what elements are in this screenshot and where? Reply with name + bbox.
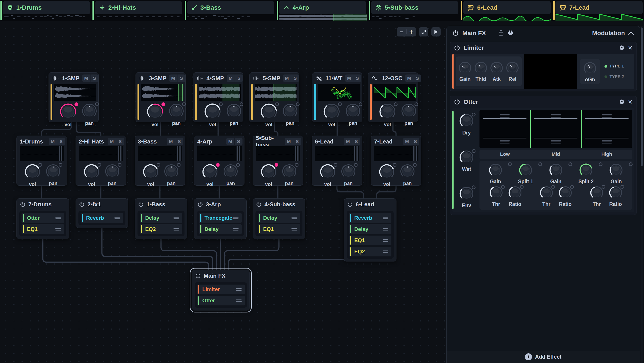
otter-dry-knob[interactable]: Dry bbox=[459, 113, 474, 136]
vol-knob[interactable]: vol bbox=[260, 163, 277, 187]
otter-band-high[interactable] bbox=[582, 110, 632, 148]
pan-knob[interactable]: pan bbox=[281, 163, 297, 186]
mute-button[interactable]: M bbox=[344, 138, 352, 145]
track-header[interactable]: 4•Arp bbox=[279, 1, 366, 14]
pan-knob[interactable]: pan bbox=[45, 163, 61, 186]
otter-knob-thr[interactable]: Thr bbox=[539, 185, 554, 207]
otter-knob-thr[interactable]: Thr bbox=[590, 185, 604, 207]
lock-icon[interactable] bbox=[498, 30, 504, 37]
drag-handle-icon[interactable] bbox=[236, 287, 242, 292]
pan-knob[interactable]: pan bbox=[282, 103, 298, 126]
drag-handle-icon[interactable] bbox=[55, 216, 61, 220]
power-icon[interactable] bbox=[197, 201, 203, 207]
limiter-knob-atk[interactable]: Atk bbox=[490, 61, 504, 82]
pan-knob[interactable]: pan bbox=[400, 163, 415, 186]
fx-item-EQ1[interactable]: EQ1 bbox=[349, 236, 392, 245]
band-gain-line[interactable] bbox=[500, 140, 510, 144]
waveform-display[interactable] bbox=[374, 84, 416, 101]
drag-handle-icon[interactable] bbox=[55, 227, 61, 231]
waveform-display[interactable] bbox=[54, 84, 96, 101]
solo-button[interactable]: S bbox=[293, 138, 301, 145]
drag-handle-icon[interactable] bbox=[382, 250, 388, 254]
pan-knob[interactable]: pan bbox=[168, 103, 184, 126]
limiter-knob-rel[interactable]: Rel bbox=[506, 61, 520, 82]
fx-item-EQ2[interactable]: EQ2 bbox=[140, 224, 182, 234]
cube-icon[interactable] bbox=[508, 30, 514, 37]
solo-button[interactable]: S bbox=[412, 138, 419, 145]
track-header[interactable]: 2•Hi-Hats bbox=[95, 1, 182, 14]
fx-item-Delay[interactable]: Delay bbox=[140, 213, 182, 223]
pan-knob[interactable]: pan bbox=[81, 103, 98, 126]
mute-button[interactable]: M bbox=[82, 75, 90, 82]
band-gain-line[interactable] bbox=[602, 140, 612, 144]
power-icon[interactable] bbox=[454, 45, 460, 51]
otter-knob-gain[interactable]: Gain bbox=[601, 163, 631, 185]
mute-button[interactable]: M bbox=[285, 138, 293, 145]
solo-button[interactable]: S bbox=[90, 75, 98, 82]
mute-button[interactable]: M bbox=[108, 138, 116, 145]
instrument-node-5•SMP[interactable]: 5•SMPMSvolpan bbox=[249, 72, 300, 122]
channel-node-3•Bass[interactable]: 3•BassMSvolpan bbox=[135, 136, 185, 186]
drag-handle-icon[interactable] bbox=[382, 216, 388, 220]
close-icon[interactable]: ✕ bbox=[628, 45, 632, 52]
solo-button[interactable]: S bbox=[291, 75, 299, 82]
fx-item-EQ1[interactable]: EQ1 bbox=[258, 224, 300, 234]
vol-knob[interactable]: vol bbox=[142, 163, 159, 187]
fx-item-Trancegate[interactable]: Trancegate bbox=[199, 213, 242, 223]
power-icon[interactable] bbox=[452, 30, 459, 37]
limiter-knob-thld[interactable]: Thld bbox=[474, 61, 488, 82]
fit-view-button[interactable] bbox=[419, 27, 428, 37]
instrument-node-11•WT[interactable]: 11•WTMSvolpan bbox=[312, 72, 362, 122]
otter-knob-ratio[interactable]: Ratio bbox=[558, 185, 572, 207]
track-header[interactable]: 3•Bass bbox=[187, 1, 274, 14]
track-header[interactable]: 7•Lead bbox=[556, 1, 643, 14]
mute-button[interactable]: M bbox=[167, 138, 175, 145]
channel-node-1•Drums[interactable]: 1•DrumsMSvolpan bbox=[16, 136, 67, 186]
fx-item-Delay[interactable]: Delay bbox=[349, 224, 392, 234]
selection-region[interactable] bbox=[178, 84, 183, 101]
drag-handle-icon[interactable] bbox=[382, 238, 388, 243]
band-gain-line[interactable] bbox=[500, 114, 510, 118]
close-icon[interactable]: ✕ bbox=[628, 99, 632, 106]
fx-item-Otter[interactable]: Otter bbox=[22, 213, 64, 223]
fx-chain-node-6•Lead[interactable]: 6•LeadReverbDelayEQ1EQ2 bbox=[344, 198, 396, 261]
vol-knob[interactable]: vol bbox=[260, 103, 278, 127]
fx-item-Reverb[interactable]: Reverb bbox=[80, 213, 123, 223]
drag-handle-icon[interactable] bbox=[382, 227, 388, 231]
fx-chain-node-1•Bass[interactable]: 1•BassDelayEQ2 bbox=[135, 198, 187, 239]
track-1[interactable]: 1•Drums bbox=[0, 0, 91, 21]
power-icon[interactable] bbox=[256, 201, 262, 207]
channel-node-4•Arp[interactable]: 4•ArpMSvolpan bbox=[194, 136, 244, 186]
otter-knob-ratio[interactable]: Ratio bbox=[508, 185, 522, 207]
fx-item-Limiter[interactable]: Limiter bbox=[197, 284, 245, 294]
otter-band-display[interactable] bbox=[480, 110, 632, 148]
vol-knob[interactable]: vol bbox=[319, 163, 336, 187]
channel-node-6•Lead[interactable]: 6•LeadMSvolpan bbox=[312, 136, 362, 186]
drag-handle-icon[interactable] bbox=[292, 216, 297, 220]
otter-knob-ratio[interactable]: Ratio bbox=[608, 185, 623, 207]
band-gain-line[interactable] bbox=[534, 138, 578, 138]
track-6[interactable]: 6•Lead bbox=[460, 0, 552, 21]
vol-knob[interactable]: vol bbox=[59, 103, 77, 127]
selection-region[interactable] bbox=[273, 84, 296, 101]
mute-button[interactable]: M bbox=[49, 138, 57, 145]
otter-knob-split-1[interactable]: Split 1 bbox=[510, 163, 540, 185]
output-gain-knob[interactable]: oGn bbox=[583, 61, 597, 83]
vol-knob[interactable]: vol bbox=[378, 163, 395, 187]
mute-button[interactable]: M bbox=[283, 75, 291, 82]
instrument-node-4•SMP[interactable]: 4•SMPMSvolpan bbox=[193, 72, 243, 122]
band-gain-line[interactable] bbox=[551, 140, 561, 144]
solo-button[interactable]: S bbox=[178, 75, 186, 82]
track-2[interactable]: 2•Hi-Hats bbox=[92, 0, 184, 21]
otter-knob-thr[interactable]: Thr bbox=[489, 185, 504, 207]
solo-button[interactable]: S bbox=[234, 138, 242, 145]
mute-button[interactable]: M bbox=[345, 75, 353, 82]
fx-chain-node-2•fx1[interactable]: 2•fx1Reverb bbox=[76, 198, 128, 228]
vol-knob[interactable]: vol bbox=[24, 163, 41, 187]
vol-knob[interactable]: vol bbox=[202, 163, 218, 187]
pan-knob[interactable]: pan bbox=[401, 103, 417, 126]
limiter-type-option[interactable]: TYPE 2 bbox=[604, 74, 624, 79]
limiter-knob-gain[interactable]: Gain bbox=[458, 61, 472, 82]
mute-button[interactable]: M bbox=[226, 138, 234, 145]
solo-button[interactable]: S bbox=[352, 138, 360, 145]
